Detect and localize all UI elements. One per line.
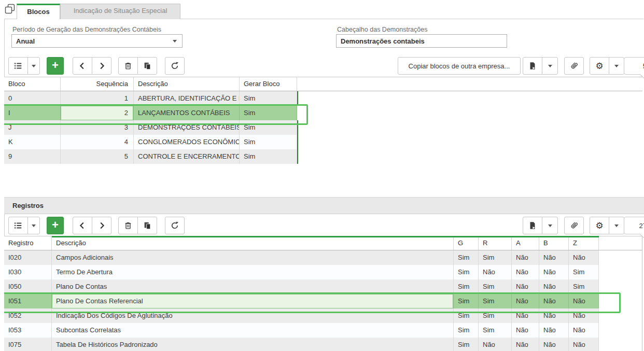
paperclip-icon: [567, 59, 580, 72]
ecd-blocos-screen: Blocos Indicação de Situação Especial Pe…: [0, 0, 644, 351]
chevron-down-icon: [614, 65, 619, 67]
table-row-bloco-j[interactable]: J 3 DEMONSTRAÇÕES CONTÁBEIS Sim: [4, 120, 297, 135]
refresh-button[interactable]: [165, 57, 185, 75]
column-header-bloco[interactable]: Bloco: [4, 77, 61, 91]
paperclip-icon: [567, 219, 580, 232]
period-label: Período de Geração das Demonstrações Con…: [12, 26, 161, 33]
plus-icon: +: [52, 218, 59, 232]
previous-button[interactable]: [73, 217, 92, 234]
grid-view-button[interactable]: [8, 57, 28, 75]
settings-button[interactable]: ⚙: [590, 217, 609, 234]
settings-menu-button[interactable]: [609, 217, 624, 234]
settings-button[interactable]: ⚙: [590, 57, 609, 75]
column-header-z[interactable]: Z: [569, 236, 599, 250]
settings-menu-button[interactable]: [609, 57, 624, 75]
chevron-left-icon: [78, 61, 87, 71]
table-row-i051-selected[interactable]: I051 Plano De Contas Referencial Sim Sim…: [4, 294, 599, 308]
table-row-i053[interactable]: I053 Subcontas Correlatas Sim Sim Não Nã…: [4, 323, 599, 338]
period-select[interactable]: Anual: [11, 34, 183, 48]
column-header-registro[interactable]: Registro: [4, 236, 52, 250]
column-header-descricao[interactable]: Descrição: [134, 77, 240, 91]
registros-toolbar: +: [4, 214, 644, 236]
delete-button[interactable]: [118, 57, 138, 75]
export-document-icon: [528, 221, 537, 230]
column-header-g[interactable]: G: [454, 236, 479, 250]
list-icon: [13, 221, 23, 230]
export-menu-button[interactable]: [542, 57, 558, 75]
focused-cell: 2: [61, 106, 134, 120]
column-header-descricao[interactable]: Descrição: [52, 236, 454, 250]
chevron-down-icon: [32, 65, 36, 67]
tab-blocos-label: Blocos: [27, 8, 49, 16]
table-row-i030[interactable]: I030 Termo De Abertura Sim Não Não Não S…: [4, 265, 599, 279]
chevron-right-icon: [97, 61, 106, 71]
next-button[interactable]: [92, 217, 111, 234]
table-row-bloco-9[interactable]: 9 5 CONTROLE E ENCERRAMENTO I Sim: [4, 149, 297, 164]
duplicate-button[interactable]: [137, 57, 157, 75]
grid-view-menu-button[interactable]: [27, 217, 40, 234]
refresh-button[interactable]: [165, 217, 185, 234]
refresh-icon: [170, 221, 179, 230]
add-button[interactable]: +: [47, 217, 64, 234]
blocos-grid-header: Bloco Sequência Descrição Gerar Bloco: [4, 77, 642, 91]
focused-cell: Plano De Contas Referencial: [52, 294, 454, 308]
column-header-r[interactable]: R: [479, 236, 512, 250]
blocos-grid: Bloco Sequência Descrição Gerar Bloco 0 …: [4, 77, 642, 197]
row-edge-indicator: [297, 149, 298, 164]
column-header-a[interactable]: A: [512, 236, 539, 250]
export-button[interactable]: [523, 217, 542, 234]
tab-blocos[interactable]: Blocos: [17, 4, 60, 19]
chevron-left-icon: [78, 221, 87, 230]
copy-blocks-button[interactable]: Copiar blocos de outra empresa...: [398, 57, 521, 75]
chevron-down-icon: [614, 224, 619, 227]
blocos-row-count: 5: [624, 57, 644, 75]
row-edge-indicator: [297, 135, 298, 149]
table-row-bloco-i-selected[interactable]: I 2 LANÇAMENTOS CONTÁBEIS Sim: [4, 106, 297, 120]
column-header-sequencia[interactable]: Sequência: [61, 77, 134, 91]
tab-situacao-label: Indicação de Situação Especial: [74, 7, 167, 15]
attachment-button[interactable]: [564, 217, 584, 234]
gear-icon: ⚙: [595, 221, 603, 230]
add-button[interactable]: +: [47, 57, 64, 75]
export-button[interactable]: [523, 57, 542, 75]
duplicate-button[interactable]: [137, 217, 157, 234]
table-row-bloco-0[interactable]: 0 1 ABERTURA, IDENTIFICAÇÃO E R Sim: [4, 91, 297, 106]
copy-record-icon: [143, 221, 152, 230]
registros-grid-header: Registro Descrição G R A B Z: [4, 236, 642, 250]
registros-section-bar: Registros: [4, 197, 644, 214]
previous-button[interactable]: [73, 57, 92, 75]
chevron-right-icon: [97, 221, 106, 230]
list-icon: [13, 61, 23, 71]
period-select-value: Anual: [12, 37, 173, 45]
export-menu-button[interactable]: [542, 217, 558, 234]
export-document-icon: [528, 61, 537, 71]
grid-view-menu-button[interactable]: [27, 57, 40, 75]
tab-indicacao-situacao-especial[interactable]: Indicação de Situação Especial: [60, 4, 180, 19]
trash-icon: [123, 61, 133, 71]
table-row-i052[interactable]: I052 Indicação Dos Códigos De Aglutinaçã…: [4, 308, 599, 323]
chevron-down-icon: [548, 224, 552, 227]
copy-pages-icon[interactable]: [4, 3, 16, 15]
row-edge-indicator: [297, 91, 298, 106]
table-row-i020[interactable]: I020 Campos Adicionais Sim Sim Não Não N…: [4, 250, 599, 265]
modified-columns-indicator: [52, 236, 599, 237]
attachment-button[interactable]: [564, 57, 584, 75]
registros-grid: Registro Descrição G R A B Z I020 Campos…: [4, 236, 642, 351]
next-button[interactable]: [92, 57, 111, 75]
registros-row-count: 27: [624, 217, 644, 234]
column-header-gerar-bloco[interactable]: Gerar Bloco: [240, 77, 297, 91]
trash-icon: [123, 221, 133, 230]
delete-button[interactable]: [118, 217, 138, 234]
copy-record-icon: [143, 61, 152, 71]
cabecalho-label: Cabeçalho das Demonstrações: [337, 26, 427, 33]
table-row-i050[interactable]: I050 Plano De Contas Sim Sim Não Não Sim: [4, 279, 599, 294]
blocos-toolbar: + Copiar blocos: [4, 55, 644, 77]
column-header-b[interactable]: B: [539, 236, 569, 250]
cabecalho-input[interactable]: [336, 34, 507, 48]
registros-section-title: Registros: [12, 202, 44, 209]
grid-view-button[interactable]: [8, 217, 28, 234]
table-row-i075[interactable]: I075 Tabela De Históricos Padronizado Si…: [4, 338, 599, 351]
row-edge-indicator: [297, 120, 298, 135]
table-row-bloco-k[interactable]: K 4 CONGLOMERADOS ECONÔMICO Sim: [4, 135, 297, 149]
gear-icon: ⚙: [595, 62, 603, 71]
